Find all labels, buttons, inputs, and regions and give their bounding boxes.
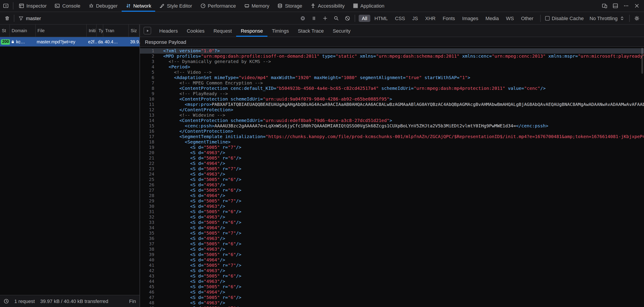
filter-urls-input[interactable] <box>26 15 66 21</box>
scrollbar-thumb[interactable] <box>641 48 643 74</box>
debugger-icon <box>88 3 94 8</box>
response-editor[interactable]: 1<?xml version="1.0"?>2<MPD profiles="ur… <box>140 47 644 307</box>
devtools-tab-network[interactable]: Network <box>122 0 156 12</box>
devtools-tab-console[interactable]: Console <box>51 0 84 12</box>
throttling-select[interactable]: No Throttling <box>587 15 628 21</box>
clear-requests-button[interactable] <box>2 13 12 23</box>
line-number: 11 <box>140 102 157 107</box>
clear-filter-button[interactable] <box>298 13 308 23</box>
line-number: 39 <box>140 252 157 257</box>
split-console-button[interactable] <box>610 0 621 11</box>
line-number: 44 <box>140 279 157 284</box>
details-tab-cookies[interactable]: Cookies <box>182 24 209 37</box>
responsive-design-button[interactable] <box>599 0 610 11</box>
details-tab-stack-trace[interactable]: Stack Trace <box>294 24 328 37</box>
line-number: 34 <box>140 225 157 231</box>
devtools-tab-style-editor[interactable]: Style Editor <box>156 0 196 12</box>
line-number: 47 <box>140 295 157 300</box>
toolbar-separator <box>629 14 630 22</box>
details-toolbar-button[interactable] <box>144 27 151 34</box>
devtools-tab-storage[interactable]: Storage <box>274 0 306 12</box>
devtools-tab-performance[interactable]: Performance <box>196 0 240 12</box>
filter-pill-css[interactable]: CSS <box>392 14 408 22</box>
plus-icon <box>322 15 328 21</box>
filter-pill-all[interactable]: All <box>359 14 370 22</box>
filter-pill-media[interactable]: Media <box>482 14 502 22</box>
line-number: 36 <box>140 236 157 241</box>
code-line: 3 <!-- Dynamically generated by KCMS --> <box>140 59 644 64</box>
line-content: <S d="5005" r="6"/> <box>163 209 241 215</box>
network-settings-button[interactable] <box>632 13 642 23</box>
devtools-tab-application[interactable]: Application <box>348 0 388 12</box>
disable-cache-checkbox[interactable] <box>545 16 550 20</box>
code-line: 45 <S d="5005" r="6"/> <box>140 284 644 290</box>
line-content: <!-- Widevine --> <box>163 113 225 118</box>
request-list-empty-area <box>0 46 140 295</box>
column-header-tran[interactable]: Tran <box>104 24 129 37</box>
line-content: <S d="4964"/> <box>163 257 225 263</box>
line-number: 20 <box>140 150 157 156</box>
pause-recording-button[interactable] <box>308 13 319 23</box>
line-content: <S d="4963"/> <box>163 279 225 284</box>
performance-icon <box>200 3 206 8</box>
filter-pill-fonts[interactable]: Fonts <box>440 14 458 22</box>
performance-analysis-icon[interactable] <box>4 299 9 304</box>
column-header-file[interactable]: File <box>36 24 87 37</box>
devtools-tab-accessibility[interactable]: Accessibility <box>306 0 349 12</box>
search-requests-button[interactable] <box>331 13 342 23</box>
column-header-domain[interactable]: Domain <box>10 24 36 37</box>
code-line: 24 <S d="4963"/> <box>140 172 644 177</box>
code-line: 16 </ContentProtection> <box>140 129 644 134</box>
column-header-initi[interactable]: Initi <box>87 24 97 37</box>
code-line: 38 <S d="4963"/> <box>140 247 644 252</box>
devtools-tab-memory[interactable]: Memory <box>240 0 273 12</box>
code-line: 12 </ContentProtection> <box>140 107 644 113</box>
circle-clear-icon <box>300 15 306 21</box>
devtools-window-controls <box>599 0 644 12</box>
filter-pill-html[interactable]: HTML <box>371 14 391 22</box>
line-number: 32 <box>140 215 157 220</box>
line-content: <S d="4963"/> <box>163 236 225 241</box>
filter-pill-js[interactable]: JS <box>409 14 421 22</box>
details-tab-request[interactable]: Request <box>209 24 236 37</box>
line-number: 6 <box>140 75 157 80</box>
line-number: 49 <box>140 306 157 307</box>
devtools-menu-button[interactable] <box>621 0 632 11</box>
filter-pill-other[interactable]: Other <box>518 14 536 22</box>
new-request-button[interactable] <box>320 13 330 23</box>
node-picker-button[interactable] <box>0 0 12 12</box>
details-tab-timings[interactable]: Timings <box>268 24 294 37</box>
line-number: 25 <box>140 177 157 182</box>
console-icon <box>55 3 60 8</box>
column-header-st[interactable]: St <box>0 24 10 37</box>
code-line: 34 <S d="4964"/> <box>140 225 644 231</box>
filter-pill-images[interactable]: Images <box>459 14 482 22</box>
code-line: 18 <SegmentTimeline> <box>140 139 644 145</box>
filter-pill-ws[interactable]: WS <box>503 14 517 22</box>
filter-pill-xhr[interactable]: XHR <box>422 14 438 22</box>
details-tab-response[interactable]: Response <box>236 24 268 37</box>
line-content: <S d="4963"/> <box>163 215 225 220</box>
column-header-siz[interactable]: Siz <box>129 24 140 37</box>
column-header-ty[interactable]: Ty <box>97 24 104 37</box>
details-tab-security[interactable]: Security <box>328 24 355 37</box>
request-blocking-button[interactable] <box>342 13 353 23</box>
request-row[interactable]: 200 kc… master.mpd?jwt=ey e2f… da… 40.4…… <box>0 37 140 46</box>
devtools-tab-debugger[interactable]: Debugger <box>84 0 122 12</box>
tab-label: Inspector <box>26 3 47 8</box>
response-payload-header[interactable]: Response Payload <box>140 37 644 47</box>
devtools-tab-inspector[interactable]: Inspector <box>15 0 51 12</box>
inspector-icon <box>19 3 24 8</box>
line-number: 21 <box>140 156 157 161</box>
code-line: 8 <ContentProtection cenc:default_KID="b… <box>140 86 644 91</box>
devtools-close-button[interactable] <box>632 0 642 11</box>
line-content: <MPD profiles="urn:mpeg:dash:profile:iso… <box>163 54 644 59</box>
transferred-cell: 40.4… <box>104 37 129 46</box>
line-number: 45 <box>140 284 157 290</box>
editor-scrollbar[interactable] <box>641 48 644 307</box>
line-content: <S d="5005" r="6"/> <box>163 220 241 225</box>
details-play-icon <box>145 28 150 33</box>
node-picker-icon <box>3 3 8 8</box>
details-tab-headers[interactable]: Headers <box>155 24 182 37</box>
line-content: <S d="4963"/> <box>163 150 225 156</box>
